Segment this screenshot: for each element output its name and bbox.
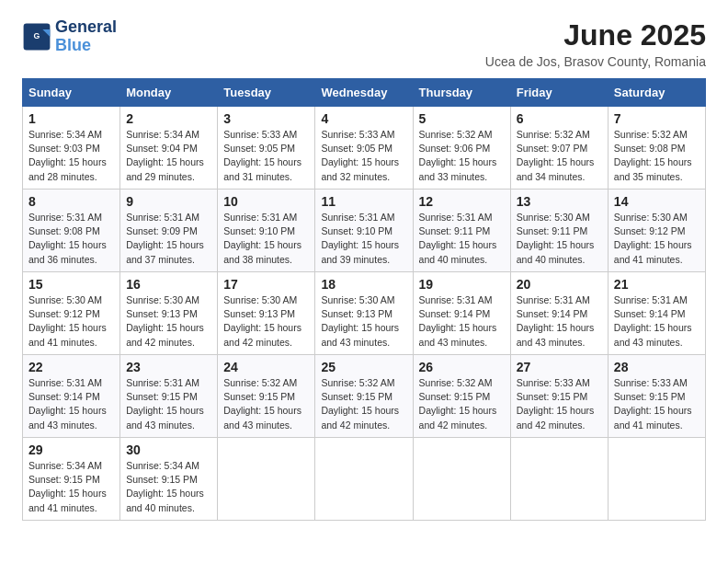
- col-friday: Friday: [510, 79, 608, 107]
- logo-icon: G: [22, 22, 51, 52]
- day-info: Sunrise: 5:30 AM Sunset: 9:11 PM Dayligh…: [517, 211, 602, 267]
- calendar-cell: 17Sunrise: 5:30 AM Sunset: 9:13 PM Dayli…: [218, 272, 315, 355]
- day-info: Sunrise: 5:32 AM Sunset: 9:06 PM Dayligh…: [419, 128, 505, 184]
- day-number: 10: [223, 194, 309, 209]
- day-number: 15: [28, 277, 114, 292]
- calendar-cell: 13Sunrise: 5:30 AM Sunset: 9:11 PM Dayli…: [510, 190, 608, 272]
- calendar-cell: 21Sunrise: 5:31 AM Sunset: 9:14 PM Dayli…: [608, 272, 705, 355]
- logo-text: General Blue: [55, 18, 117, 55]
- calendar-cell: 1Sunrise: 5:34 AM Sunset: 9:03 PM Daylig…: [23, 107, 120, 190]
- day-info: Sunrise: 5:31 AM Sunset: 9:10 PM Dayligh…: [321, 211, 406, 267]
- day-info: Sunrise: 5:33 AM Sunset: 9:15 PM Dayligh…: [614, 376, 700, 432]
- calendar-cell: 22Sunrise: 5:31 AM Sunset: 9:14 PM Dayli…: [23, 355, 120, 438]
- calendar-cell: 8Sunrise: 5:31 AM Sunset: 9:08 PM Daylig…: [23, 190, 120, 272]
- calendar-cell: 28Sunrise: 5:33 AM Sunset: 9:15 PM Dayli…: [608, 355, 705, 438]
- day-number: 29: [28, 442, 114, 457]
- day-number: 12: [419, 194, 505, 209]
- day-number: 4: [321, 111, 406, 126]
- day-info: Sunrise: 5:34 AM Sunset: 9:15 PM Dayligh…: [28, 459, 114, 515]
- calendar-week-row: 1Sunrise: 5:34 AM Sunset: 9:03 PM Daylig…: [23, 107, 706, 190]
- calendar-week-row: 15Sunrise: 5:30 AM Sunset: 9:12 PM Dayli…: [23, 272, 706, 355]
- col-thursday: Thursday: [413, 79, 510, 107]
- day-number: 16: [126, 277, 211, 292]
- calendar-cell: 3Sunrise: 5:33 AM Sunset: 9:05 PM Daylig…: [218, 107, 315, 190]
- day-number: 25: [321, 360, 406, 374]
- calendar-cell: 25Sunrise: 5:32 AM Sunset: 9:15 PM Dayli…: [315, 355, 413, 438]
- calendar-cell: 4Sunrise: 5:33 AM Sunset: 9:05 PM Daylig…: [315, 107, 413, 190]
- day-number: 20: [517, 277, 602, 292]
- day-info: Sunrise: 5:31 AM Sunset: 9:08 PM Dayligh…: [28, 211, 114, 267]
- calendar-cell: 20Sunrise: 5:31 AM Sunset: 9:14 PM Dayli…: [510, 272, 608, 355]
- day-number: 24: [223, 360, 309, 374]
- day-number: 14: [614, 194, 700, 209]
- day-number: 26: [419, 360, 505, 374]
- day-info: Sunrise: 5:30 AM Sunset: 9:13 PM Dayligh…: [223, 293, 309, 350]
- calendar-cell: 23Sunrise: 5:31 AM Sunset: 9:15 PM Dayli…: [120, 355, 218, 438]
- day-info: Sunrise: 5:32 AM Sunset: 9:15 PM Dayligh…: [223, 376, 309, 432]
- day-info: Sunrise: 5:34 AM Sunset: 9:03 PM Dayligh…: [28, 128, 114, 184]
- svg-text:G: G: [34, 31, 40, 40]
- day-info: Sunrise: 5:33 AM Sunset: 9:05 PM Dayligh…: [223, 128, 309, 184]
- day-number: 13: [517, 194, 602, 209]
- col-saturday: Saturday: [608, 79, 705, 107]
- calendar-cell: [315, 438, 413, 521]
- day-info: Sunrise: 5:30 AM Sunset: 9:12 PM Dayligh…: [614, 211, 700, 267]
- day-number: 5: [419, 111, 505, 126]
- calendar-week-row: 29Sunrise: 5:34 AM Sunset: 9:15 PM Dayli…: [23, 438, 706, 521]
- calendar-cell: 2Sunrise: 5:34 AM Sunset: 9:04 PM Daylig…: [120, 107, 218, 190]
- day-info: Sunrise: 5:30 AM Sunset: 9:13 PM Dayligh…: [126, 293, 211, 350]
- calendar-table: Sunday Monday Tuesday Wednesday Thursday…: [22, 78, 706, 521]
- calendar-cell: 24Sunrise: 5:32 AM Sunset: 9:15 PM Dayli…: [218, 355, 315, 438]
- day-number: 9: [126, 194, 211, 209]
- location-title: Ucea de Jos, Brasov County, Romania: [485, 54, 706, 69]
- col-sunday: Sunday: [23, 79, 120, 107]
- day-number: 17: [223, 277, 309, 292]
- page-header: G General Blue June 2025 Ucea de Jos, Br…: [22, 18, 706, 69]
- calendar-week-row: 8Sunrise: 5:31 AM Sunset: 9:08 PM Daylig…: [23, 190, 706, 272]
- day-info: Sunrise: 5:33 AM Sunset: 9:15 PM Dayligh…: [517, 376, 602, 432]
- calendar-cell: 7Sunrise: 5:32 AM Sunset: 9:08 PM Daylig…: [608, 107, 705, 190]
- day-info: Sunrise: 5:31 AM Sunset: 9:11 PM Dayligh…: [419, 211, 505, 267]
- month-title: June 2025: [485, 18, 706, 52]
- day-info: Sunrise: 5:31 AM Sunset: 9:14 PM Dayligh…: [614, 293, 700, 350]
- calendar-cell: 19Sunrise: 5:31 AM Sunset: 9:14 PM Dayli…: [413, 272, 510, 355]
- day-number: 19: [419, 277, 505, 292]
- day-info: Sunrise: 5:31 AM Sunset: 9:14 PM Dayligh…: [28, 376, 114, 432]
- day-info: Sunrise: 5:32 AM Sunset: 9:08 PM Dayligh…: [614, 128, 700, 184]
- day-number: 18: [321, 277, 406, 292]
- day-info: Sunrise: 5:32 AM Sunset: 9:07 PM Dayligh…: [517, 128, 602, 184]
- calendar-cell: [413, 438, 510, 521]
- calendar-cell: 18Sunrise: 5:30 AM Sunset: 9:13 PM Dayli…: [315, 272, 413, 355]
- day-info: Sunrise: 5:30 AM Sunset: 9:12 PM Dayligh…: [28, 293, 114, 350]
- calendar-cell: 9Sunrise: 5:31 AM Sunset: 9:09 PM Daylig…: [120, 190, 218, 272]
- calendar-cell: 16Sunrise: 5:30 AM Sunset: 9:13 PM Dayli…: [120, 272, 218, 355]
- calendar-cell: 6Sunrise: 5:32 AM Sunset: 9:07 PM Daylig…: [510, 107, 608, 190]
- day-number: 6: [517, 111, 602, 126]
- calendar-cell: 26Sunrise: 5:32 AM Sunset: 9:15 PM Dayli…: [413, 355, 510, 438]
- calendar-header-row: Sunday Monday Tuesday Wednesday Thursday…: [23, 79, 706, 107]
- day-info: Sunrise: 5:31 AM Sunset: 9:14 PM Dayligh…: [517, 293, 602, 350]
- calendar-cell: [608, 438, 705, 521]
- calendar-cell: [218, 438, 315, 521]
- calendar-cell: 27Sunrise: 5:33 AM Sunset: 9:15 PM Dayli…: [510, 355, 608, 438]
- day-info: Sunrise: 5:31 AM Sunset: 9:10 PM Dayligh…: [223, 211, 309, 267]
- day-number: 22: [28, 360, 114, 374]
- day-info: Sunrise: 5:32 AM Sunset: 9:15 PM Dayligh…: [419, 376, 505, 432]
- calendar-cell: 10Sunrise: 5:31 AM Sunset: 9:10 PM Dayli…: [218, 190, 315, 272]
- day-number: 30: [126, 442, 211, 457]
- calendar-cell: 5Sunrise: 5:32 AM Sunset: 9:06 PM Daylig…: [413, 107, 510, 190]
- day-info: Sunrise: 5:31 AM Sunset: 9:09 PM Dayligh…: [126, 211, 211, 267]
- col-wednesday: Wednesday: [315, 79, 413, 107]
- day-number: 7: [614, 111, 700, 126]
- day-info: Sunrise: 5:34 AM Sunset: 9:15 PM Dayligh…: [126, 459, 211, 515]
- calendar-cell: 12Sunrise: 5:31 AM Sunset: 9:11 PM Dayli…: [413, 190, 510, 272]
- day-number: 11: [321, 194, 406, 209]
- calendar-cell: [510, 438, 608, 521]
- day-number: 23: [126, 360, 211, 374]
- day-number: 3: [223, 111, 309, 126]
- day-info: Sunrise: 5:34 AM Sunset: 9:04 PM Dayligh…: [126, 128, 211, 184]
- calendar-cell: 15Sunrise: 5:30 AM Sunset: 9:12 PM Dayli…: [23, 272, 120, 355]
- day-info: Sunrise: 5:30 AM Sunset: 9:13 PM Dayligh…: [321, 293, 406, 350]
- title-area: June 2025 Ucea de Jos, Brasov County, Ro…: [485, 18, 706, 69]
- col-monday: Monday: [120, 79, 218, 107]
